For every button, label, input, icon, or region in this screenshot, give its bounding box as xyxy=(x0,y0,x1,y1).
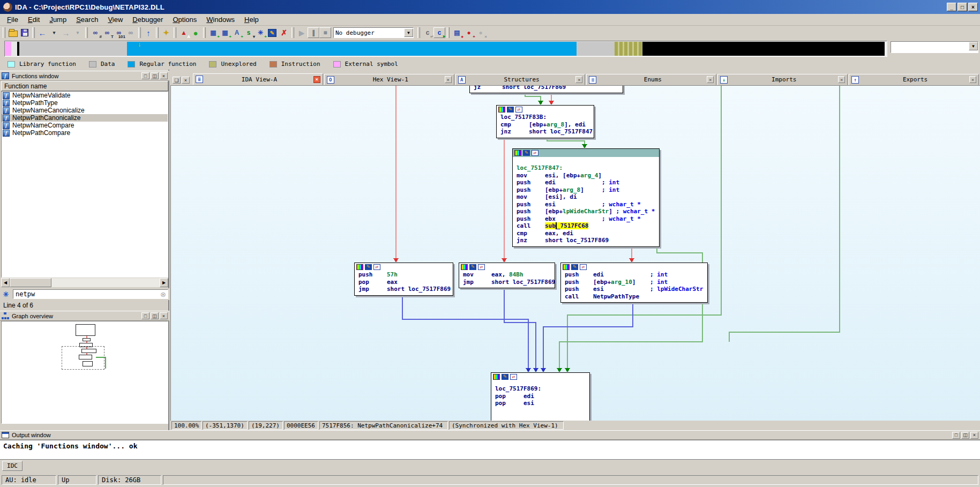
asm-line[interactable]: cmp [ebp+arg_8], edi xyxy=(497,121,594,129)
asm-line[interactable]: push edi ; int xyxy=(561,271,707,279)
functions-hscrollbar[interactable]: ◀ ▶ xyxy=(1,278,168,287)
tab-enums[interactable]: ≡Enums× xyxy=(586,74,716,85)
function-row[interactable]: fNetpwNameValidate xyxy=(2,92,168,99)
chevron-down-icon[interactable]: ▼ xyxy=(969,42,978,50)
asm-line[interactable]: pop eax xyxy=(355,279,453,286)
asm-line[interactable]: mov eax, 84Bh xyxy=(459,271,555,279)
tab-close-icon[interactable]: × xyxy=(707,76,714,83)
close-button[interactable]: × xyxy=(160,312,168,319)
create-enum-icon[interactable]: ✳+ xyxy=(255,27,266,38)
search-names-icon[interactable]: ∞# xyxy=(89,27,101,38)
output-log-area[interactable]: Caching 'Functions window'... ok xyxy=(0,440,980,459)
attach-process-icon[interactable]: c▸ xyxy=(433,27,445,38)
asm-line[interactable]: push esi ; wchar_t * xyxy=(513,201,659,208)
asm-line[interactable]: push [ebp+arg_10] ; int xyxy=(561,279,707,286)
node-color-icon[interactable] xyxy=(563,264,570,270)
scrollbar-thumb[interactable] xyxy=(10,278,51,287)
minimize-button[interactable]: _ xyxy=(947,3,956,11)
edit-comment-icon[interactable]: ✎ xyxy=(266,27,278,38)
node-edit-icon[interactable]: ✎ xyxy=(571,264,578,270)
debug-start-icon[interactable]: ▶ xyxy=(296,27,308,38)
search-next-icon[interactable]: ∞ xyxy=(125,27,137,38)
node-group-icon[interactable]: ⇄ xyxy=(373,264,380,270)
menu-item-edit[interactable]: Edit xyxy=(23,14,44,25)
graph-node-loc_7517F83B[interactable]: ✎⇄loc_7517F83B:cmp [ebp+arg_8], edijnz s… xyxy=(496,105,594,138)
menu-item-file[interactable]: File xyxy=(2,14,23,25)
node-group-icon[interactable]: ⇄ xyxy=(580,264,587,270)
asm-line[interactable]: call NetpwPathType xyxy=(561,293,707,301)
navigation-band[interactable]: ↓ xyxy=(4,41,887,57)
node-group-icon[interactable]: ⇄ xyxy=(478,264,485,270)
asm-line[interactable]: loc_7517F83B: xyxy=(497,114,594,121)
function-row[interactable]: fNetpwNameCompare xyxy=(2,122,168,129)
menu-item-options[interactable]: Options xyxy=(168,14,201,25)
asm-line[interactable]: push edi ; int xyxy=(513,179,659,186)
menu-item-search[interactable]: Search xyxy=(71,14,103,25)
dock-button[interactable]: ◫ xyxy=(961,432,969,439)
asm-line[interactable]: pop esi xyxy=(491,400,589,407)
asm-line[interactable]: cmp eax, edi xyxy=(513,230,659,237)
signature-lock-icon[interactable]: ✦ xyxy=(160,27,172,38)
asm-line[interactable]: push esi ; lpWideCharStr xyxy=(561,286,707,293)
create-data-icon[interactable]: ▦+ xyxy=(219,27,231,38)
nav-forward-menu-icon[interactable]: ▾ xyxy=(72,27,84,38)
nav-band-combo[interactable]: ▼ xyxy=(891,41,978,53)
tab-exports[interactable]: ↑Exports× xyxy=(849,74,979,85)
asm-line[interactable]: jmp short loc_7517F869 xyxy=(459,279,555,286)
asm-line[interactable]: pop edi xyxy=(491,393,589,400)
asm-line[interactable]: push [ebp+lpWideCharStr] ; wchar_t * xyxy=(513,208,659,215)
float-button[interactable]: □ xyxy=(952,432,960,439)
open-file-icon[interactable] xyxy=(7,27,19,38)
problem-list-icon[interactable]: ▲A xyxy=(178,27,190,38)
function-row[interactable]: fNetpwPathCanonicalize xyxy=(2,114,168,122)
node-group-icon[interactable]: ⇄ xyxy=(532,150,538,156)
node-group-icon[interactable]: ⇄ xyxy=(515,107,522,113)
node-titlebar[interactable]: ✎⇄ xyxy=(513,149,659,157)
node-edit-icon[interactable]: ✎ xyxy=(523,150,530,156)
menu-item-help[interactable]: Help xyxy=(240,14,264,25)
undefine-icon[interactable]: ✗ xyxy=(278,27,290,38)
search-bytes-icon[interactable]: ∞101 xyxy=(113,27,125,38)
create-struct-icon[interactable]: s▾ xyxy=(243,27,255,38)
node-titlebar[interactable]: ✎⇄ xyxy=(561,263,707,271)
navigator-sphere-icon[interactable]: ● xyxy=(190,27,201,38)
nav-back-icon[interactable]: ← xyxy=(36,27,48,38)
scroll-right-icon[interactable]: ▶ xyxy=(160,278,168,287)
node-edit-icon[interactable]: ✎ xyxy=(469,264,476,270)
node-titlebar[interactable]: ✎⇄ xyxy=(459,263,555,271)
node-color-icon[interactable] xyxy=(493,374,500,380)
output-window-titlebar[interactable]: Output window □◫× xyxy=(0,430,980,440)
function-row[interactable]: fNetpwPathCompare xyxy=(2,129,168,137)
menu-item-view[interactable]: View xyxy=(103,14,128,25)
graph-node-block-mov84bh[interactable]: ✎⇄mov eax, 84Bhjmp short loc_7517F869 xyxy=(459,263,555,288)
nav-forward-icon[interactable]: → xyxy=(60,27,72,38)
graph-node-block-netpwpathtype[interactable]: ✎⇄push edi ; intpush [ebp+arg_10] ; intp… xyxy=(560,263,708,303)
maximize-button[interactable]: □ xyxy=(957,3,967,11)
node-color-icon[interactable] xyxy=(461,264,468,270)
float-button[interactable]: □ xyxy=(141,72,149,79)
function-filter-input[interactable] xyxy=(13,290,159,298)
node-titlebar[interactable]: ✎⇄ xyxy=(491,373,589,381)
asm-line[interactable]: loc_7517F847: xyxy=(513,164,659,172)
save-file-icon[interactable] xyxy=(19,27,31,38)
nav-back-menu-icon[interactable]: ▾ xyxy=(48,27,60,38)
node-edit-icon[interactable]: ✎ xyxy=(502,374,508,380)
breakpoint-add-icon[interactable]: ●+ xyxy=(463,27,475,38)
chevron-down-icon[interactable]: ▼ xyxy=(404,28,413,37)
asm-line[interactable]: mov esi, [ebp+arg_4] xyxy=(513,172,659,179)
menu-item-jump[interactable]: Jump xyxy=(44,14,71,25)
node-color-icon[interactable] xyxy=(514,150,521,156)
node-group-icon[interactable]: ⇄ xyxy=(510,374,517,380)
asm-line[interactable]: push [ebp+arg_8] ; int xyxy=(513,186,659,194)
asm-line[interactable]: jmp short loc_7517F869 xyxy=(355,286,453,293)
dock-button[interactable]: ◫ xyxy=(151,312,159,319)
functions-window-titlebar[interactable]: f Functions window □◫× xyxy=(0,71,169,81)
asm-line[interactable]: jnz short loc_7517F847 xyxy=(497,128,594,136)
tab-close-icon[interactable]: × xyxy=(313,76,320,83)
graph-node-top-partial[interactable]: ✎⇄jz short loc_7517F869 xyxy=(469,86,623,93)
graph-overview-canvas[interactable] xyxy=(1,321,168,424)
dock-button[interactable]: ◫ xyxy=(151,72,159,79)
node-titlebar[interactable]: ✎⇄ xyxy=(497,106,594,114)
close-button[interactable]: × xyxy=(160,72,168,79)
tab-close-icon[interactable]: × xyxy=(969,76,976,83)
